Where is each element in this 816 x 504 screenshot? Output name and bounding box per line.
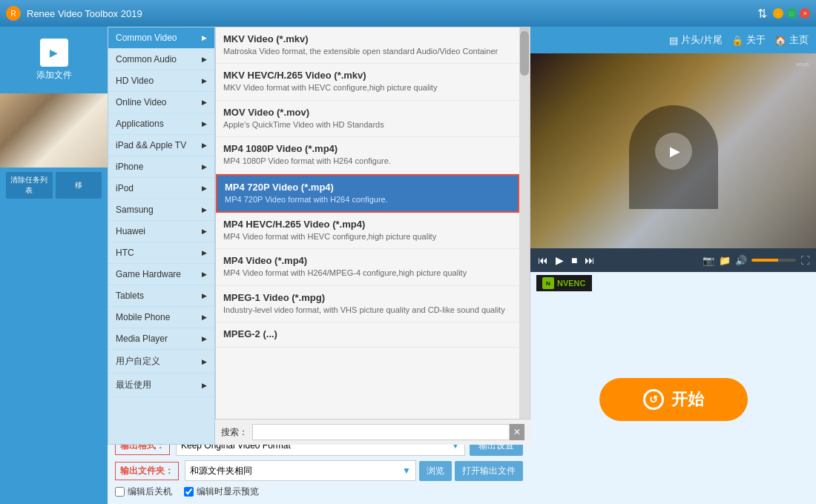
toolbar: 添加文件	[0, 27, 108, 93]
prev-button[interactable]: ⏮	[536, 253, 550, 268]
title-bar: R Renee Video Toolbox 2019 ⇅ – □ ✕	[0, 0, 816, 27]
format-dropdown: Common Video ▶ Common Audio ▶ HD Video ▶…	[108, 27, 530, 445]
category-recent[interactable]: 最近使用 ▶	[108, 374, 214, 397]
nvenc-label: NVENC	[557, 279, 586, 288]
output-folder-value: 和源文件夹相同	[190, 465, 252, 477]
volume-slider[interactable]	[751, 259, 796, 262]
arrow-icon: ▶	[202, 77, 207, 84]
arrow-icon: ▶	[202, 249, 207, 256]
arrow-icon: ▶	[202, 314, 207, 321]
sidebar-actions: 清除任务列表 移	[0, 168, 108, 203]
output-folder-row: 输出文件夹： 和源文件夹相同 ▼ 浏览 打开输出文件	[115, 460, 523, 481]
shutdown-checkbox[interactable]	[115, 487, 125, 497]
category-ipod[interactable]: iPod ▶	[108, 178, 214, 199]
scroll-track: ▲ ▼	[519, 27, 530, 444]
clear-tasks-button[interactable]: 清除任务列表	[6, 172, 53, 199]
arrow-icon: ▶	[202, 228, 207, 235]
output-folder-label: 输出文件夹：	[115, 462, 179, 480]
category-htc[interactable]: HTC ▶	[108, 242, 214, 264]
arrow-icon: ▶	[202, 185, 207, 192]
move-button[interactable]: 移	[56, 172, 102, 199]
scroll-thumb[interactable]	[520, 31, 529, 76]
arrow-icon: ▶	[202, 99, 207, 106]
sidebar: 添加文件 清除任务列表 移	[0, 27, 108, 504]
category-online-video[interactable]: Online Video ▶	[108, 92, 214, 113]
arrow-icon: ▶	[202, 271, 207, 278]
minimize-button[interactable]: –	[773, 8, 783, 19]
category-tablets[interactable]: Tablets ▶	[108, 285, 214, 307]
format-item-mp4[interactable]: MP4 Video (*.mp4) MP4 Video format with …	[216, 249, 519, 285]
watermark: vevo	[796, 61, 809, 67]
video-player[interactable]: vevo	[530, 53, 816, 248]
folder-button[interactable]: 📁	[719, 255, 731, 266]
browse-button[interactable]: 浏览	[419, 461, 452, 481]
app-icon: R	[6, 6, 21, 21]
volume-button[interactable]: 🔊	[735, 255, 747, 266]
category-game-hardware[interactable]: Game Hardware ▶	[108, 264, 214, 285]
search-input[interactable]	[252, 424, 510, 440]
play-pause-button[interactable]: ▶	[554, 253, 565, 268]
format-item-mp4-720p[interactable]: MP4 720P Video (*.mp4) MP4 720P Video fo…	[216, 174, 519, 213]
search-area: 搜索： ✕	[215, 419, 530, 445]
lock-icon: 🔒	[731, 35, 743, 46]
preview-checkbox[interactable]	[184, 487, 194, 497]
category-iphone[interactable]: iPhone ▶	[108, 156, 214, 178]
format-item-mov[interactable]: MOV Video (*.mov) Apple's QuickTime Vide…	[216, 101, 519, 137]
category-mobile-phone[interactable]: Mobile Phone ▶	[108, 307, 214, 328]
preview-checkbox-item: 编辑时显示预览	[184, 485, 259, 498]
arrow-icon: ▶	[202, 163, 207, 170]
category-media-player[interactable]: Media Player ▶	[108, 328, 214, 350]
shutdown-checkbox-item: 编辑后关机	[115, 485, 172, 498]
stop-button[interactable]: ■	[570, 253, 579, 268]
thumbnail-image	[0, 93, 108, 168]
arrow-icon: ▶	[202, 358, 207, 365]
format-item-mp4-hevc[interactable]: MP4 HEVC/H.265 Video (*.mp4) MP4 Video f…	[216, 213, 519, 249]
format-category-menu: Common Video ▶ Common Audio ▶ HD Video ▶…	[108, 27, 215, 445]
next-button[interactable]: ⏭	[583, 253, 596, 268]
format-item-mkv-hevc[interactable]: MKV HEVC/H.265 Video (*.mkv) MKV Video f…	[216, 64, 519, 100]
arrow-icon: ▶	[202, 56, 207, 63]
app-title: Renee Video Toolbox 2019	[27, 8, 757, 19]
format-item-mpeg2[interactable]: MPEG-2 (...)	[216, 322, 519, 348]
preview-label: 编辑时显示预览	[197, 485, 259, 498]
fullscreen-button[interactable]: ⛶	[800, 255, 810, 266]
right-panel: ▤ 片头/片尾 🔒 关于 🏠 主页 vevo ⏮ ▶ ■ ⏭	[530, 27, 816, 504]
category-samsung[interactable]: Samsung ▶	[108, 199, 214, 221]
category-ipad-apple-tv[interactable]: iPad && Apple TV ▶	[108, 135, 214, 156]
play-button-overlay[interactable]	[655, 133, 692, 170]
arrow-icon: ▶	[202, 292, 207, 299]
category-applications[interactable]: Applications ▶	[108, 113, 214, 135]
category-user-custom[interactable]: 用户自定义 ▶	[108, 350, 214, 374]
start-button[interactable]: ↺ 开始	[599, 378, 748, 421]
start-icon: ↺	[643, 389, 664, 410]
output-folder-select[interactable]: 和源文件夹相同 ▼	[185, 460, 416, 481]
close-button[interactable]: ✕	[800, 8, 810, 19]
add-file-button[interactable]: 添加文件	[33, 36, 75, 84]
nvenc-logo: N	[542, 277, 554, 289]
arrow-icon: ▶	[202, 120, 207, 127]
add-file-icon	[40, 39, 68, 67]
home-button[interactable]: 🏠 主页	[774, 33, 809, 47]
category-hd-video[interactable]: HD Video ▶	[108, 70, 214, 92]
title-button[interactable]: ▤ 片头/片尾	[669, 33, 723, 47]
open-output-button[interactable]: 打开输出文件	[455, 461, 523, 481]
arrow-icon: ▶	[202, 206, 207, 213]
maximize-button[interactable]: □	[786, 8, 797, 19]
arrow-icon: ▶	[202, 382, 207, 389]
about-button[interactable]: 🔒 关于	[731, 33, 766, 47]
center-panel: Common Video ▶ Common Audio ▶ HD Video ▶…	[108, 27, 530, 504]
screenshot-button[interactable]: 📷	[703, 255, 714, 266]
format-item-mpeg1[interactable]: MPEG-1 Video (*.mpg) Industry-level vide…	[216, 286, 519, 322]
shutdown-label: 编辑后关机	[128, 485, 172, 498]
format-item-mkv[interactable]: MKV Video (*.mkv) Matroska Video format,…	[216, 27, 519, 64]
format-item-mp4-1080p[interactable]: MP4 1080P Video (*.mp4) MP4 1080P Video …	[216, 137, 519, 173]
format-list: MKV Video (*.mkv) Matroska Video format,…	[215, 27, 530, 445]
search-clear-button[interactable]: ✕	[510, 424, 524, 440]
category-common-video[interactable]: Common Video ▶	[108, 27, 214, 49]
home-icon: 🏠	[774, 35, 786, 46]
category-huawei[interactable]: Huawei ▶	[108, 221, 214, 242]
main-container: 添加文件 清除任务列表 移 Common Video ▶ Common Audi…	[0, 27, 816, 504]
arrow-icon: ▶	[202, 142, 207, 149]
category-common-audio[interactable]: Common Audio ▶	[108, 49, 214, 70]
wifi-icon: ⇅	[757, 7, 767, 21]
